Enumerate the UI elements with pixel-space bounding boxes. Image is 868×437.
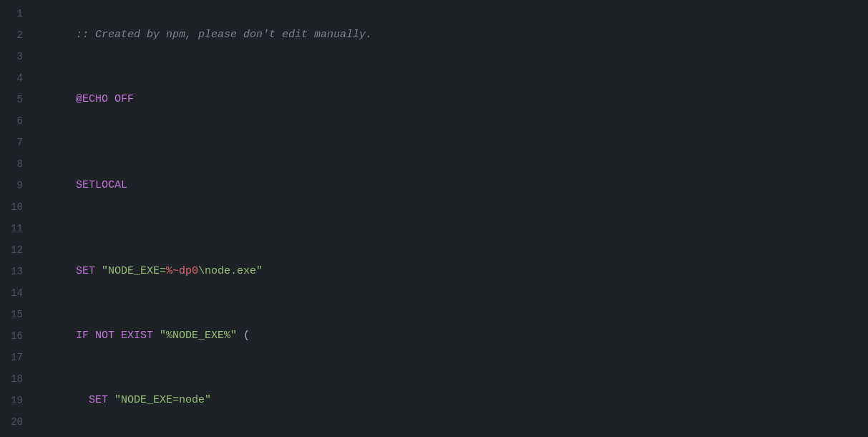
line-num-2: 2 <box>9 24 23 46</box>
code-line-6: SET "NODE_EXE=%~dp0\node.exe" <box>37 239 868 304</box>
line-num-13: 13 <box>9 261 23 282</box>
line6-space <box>95 265 102 277</box>
code-lines: :: Created by npm, please don't edit man… <box>34 3 868 434</box>
line-num-15: 15 <box>9 304 23 325</box>
code-line-8: SET "NODE_EXE=node" <box>37 368 868 433</box>
line-num-3: 3 <box>9 46 23 67</box>
line6-set: SET <box>76 265 95 277</box>
line8-set: SET <box>89 394 108 406</box>
line8-sp <box>108 394 114 406</box>
line-num-18: 18 <box>9 368 23 390</box>
code-line-3 <box>37 132 868 153</box>
line-numbers: 1 2 3 4 5 6 7 8 9 10 11 12 13 14 15 16 1… <box>0 3 34 434</box>
line7-if: IF NOT EXIST <box>76 330 153 342</box>
code-editor: 1 2 3 4 5 6 7 8 9 10 11 12 13 14 15 16 1… <box>0 0 868 437</box>
line8-str: "NODE_EXE=node" <box>114 394 211 406</box>
line6-string: "NODE_EXE=%~dp0\node.exe" <box>102 265 263 277</box>
line-num-7: 7 <box>9 132 23 153</box>
code-line-2: @ECHO OFF <box>37 67 868 132</box>
code-line-4: SETLOCAL <box>37 153 868 218</box>
line4-setlocal: SETLOCAL <box>76 179 127 191</box>
line8-indent <box>76 394 89 406</box>
line-num-5: 5 <box>9 89 23 110</box>
line-num-16: 16 <box>9 325 23 347</box>
line-num-6: 6 <box>9 110 23 132</box>
code-line-1: :: Created by npm, please don't edit man… <box>37 3 868 67</box>
code-line-5 <box>37 218 868 239</box>
code-line-7: IF NOT EXIST "%NODE_EXE%" ( <box>37 304 868 368</box>
line7-paren: ( <box>237 330 250 342</box>
line-num-14: 14 <box>9 282 23 304</box>
line2-echo: @ECHO OFF <box>76 93 134 105</box>
line-num-12: 12 <box>9 239 23 261</box>
code-line-9: ) <box>37 433 868 437</box>
line-num-1: 1 <box>9 3 23 24</box>
line7-sp <box>153 330 160 342</box>
line1-comment: :: Created by npm, please don't edit man… <box>76 29 372 41</box>
line-num-4: 4 <box>9 67 23 89</box>
line-num-20: 20 <box>9 411 23 433</box>
line-num-8: 8 <box>9 153 23 175</box>
line-num-17: 17 <box>9 347 23 368</box>
line-num-9: 9 <box>9 175 23 196</box>
line-num-10: 10 <box>9 196 23 218</box>
line7-str: "%NODE_EXE%" <box>160 330 237 342</box>
line-num-19: 19 <box>9 390 23 411</box>
line-num-11: 11 <box>9 218 23 239</box>
